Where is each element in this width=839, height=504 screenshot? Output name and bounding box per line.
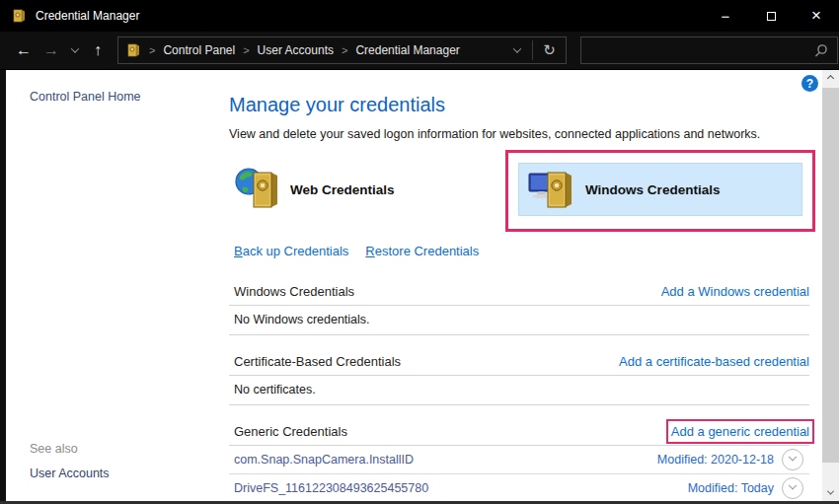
address-dropdown-icon[interactable] — [502, 47, 532, 53]
window-controls: − × — [703, 0, 839, 32]
page-title: Manage your credentials — [229, 94, 809, 116]
expand-credential-button[interactable] — [782, 449, 803, 470]
maximize-button[interactable] — [748, 0, 794, 32]
breadcrumb-user-accounts[interactable]: User Accounts — [258, 43, 334, 57]
expand-credential-button[interactable] — [782, 477, 803, 499]
annotation-box-windows-credentials: Windows Credentials — [505, 150, 815, 232]
window-left-border — [0, 70, 6, 504]
title-bar: Credential Manager − × — [0, 0, 839, 32]
breadcrumb-credential-manager[interactable]: Credential Manager — [355, 43, 459, 57]
empty-message: No Windows credentials. — [229, 306, 809, 335]
main-panel: Manage your credentials View and delete … — [229, 70, 809, 503]
breadcrumb-separator: > — [243, 44, 249, 56]
breadcrumb-separator: > — [149, 44, 155, 56]
refresh-button[interactable]: ↻ — [533, 41, 566, 59]
section-certificate-credentials: Certificate-Based Credentials Add a cert… — [229, 354, 809, 405]
up-button[interactable]: ↑ — [85, 41, 111, 59]
credential-row[interactable]: DriveFS_116122308493625455780 Modified: … — [229, 474, 809, 503]
sidebar-item-user-accounts[interactable]: User Accounts — [30, 467, 110, 480]
breadcrumb-separator: > — [342, 44, 347, 56]
safe-icon — [11, 8, 27, 24]
credential-modified: Modified: Today — [688, 481, 774, 495]
scroll-up-icon[interactable] — [822, 70, 839, 87]
chevron-down-icon — [789, 453, 797, 461]
chevron-down-icon — [789, 481, 797, 489]
section-header: Generic Credentials — [234, 424, 347, 439]
help-button[interactable]: ? — [801, 75, 818, 92]
navigation-bar: ← → ↑ > Control Panel > User Accounts > … — [0, 32, 839, 70]
page-description: View and delete your saved logon informa… — [229, 127, 809, 141]
scrollbar-thumb[interactable] — [822, 88, 839, 463]
restore-credentials-link[interactable]: Restore Credentials — [365, 244, 479, 258]
back-button[interactable]: ← — [10, 41, 38, 59]
add-windows-credential-link[interactable]: Add a Windows credential — [661, 284, 809, 299]
section-windows-credentials: Windows Credentials Add a Windows creden… — [229, 284, 809, 335]
search-box[interactable] — [580, 36, 838, 64]
window-title: Credential Manager — [36, 9, 139, 23]
web-credentials-icon — [234, 166, 281, 213]
maximize-icon — [767, 12, 776, 21]
web-credentials-tile[interactable]: Web Credentials — [234, 166, 395, 213]
windows-credentials-tile[interactable]: Windows Credentials — [518, 163, 802, 216]
vertical-scrollbar[interactable] — [822, 70, 839, 501]
scroll-down-icon[interactable] — [822, 484, 839, 501]
credential-manager-window: Credential Manager − × ← → ↑ > Control P… — [0, 0, 839, 504]
backup-restore-links: Back up Credentials Restore Credentials — [234, 244, 809, 258]
safe-icon — [125, 42, 141, 58]
credential-name: DriveFS_116122308493625455780 — [234, 481, 428, 495]
sidebar-item-control-panel-home[interactable]: Control Panel Home — [30, 90, 141, 104]
empty-message: No certificates. — [229, 376, 809, 405]
credential-name: com.Snap.SnapCamera.InstallID — [234, 453, 414, 467]
back-up-credentials-link[interactable]: Back up Credentials — [234, 244, 348, 258]
credential-type-tiles: Web Credentials — [229, 150, 809, 232]
content-area: ? Control Panel Home See also User Accou… — [0, 70, 839, 504]
search-icon — [814, 43, 828, 57]
breadcrumb-control-panel[interactable]: Control Panel — [163, 43, 235, 57]
credential-row[interactable]: com.Snap.SnapCamera.InstallID Modified: … — [229, 446, 809, 474]
web-credentials-label: Web Credentials — [290, 182, 395, 197]
minimize-button[interactable]: − — [703, 0, 748, 32]
windows-credentials-icon — [528, 166, 575, 213]
section-header: Certificate-Based Credentials — [234, 354, 401, 369]
forward-button[interactable]: → — [38, 41, 65, 59]
address-bar[interactable]: > Control Panel > User Accounts > Creden… — [117, 36, 567, 64]
recent-locations-dropdown-icon[interactable] — [65, 47, 85, 53]
windows-credentials-label: Windows Credentials — [585, 182, 720, 197]
section-header: Windows Credentials — [234, 284, 354, 299]
add-generic-credential-link[interactable]: Add a generic credential — [671, 424, 809, 439]
add-certificate-credential-link[interactable]: Add a certificate-based credential — [619, 354, 809, 369]
search-input[interactable] — [581, 37, 814, 63]
section-generic-credentials: Generic Credentials Add a generic creden… — [229, 424, 809, 503]
credential-modified: Modified: 2020-12-18 — [657, 453, 774, 467]
see-also-label: See also — [30, 442, 78, 456]
close-button[interactable]: × — [794, 0, 839, 32]
